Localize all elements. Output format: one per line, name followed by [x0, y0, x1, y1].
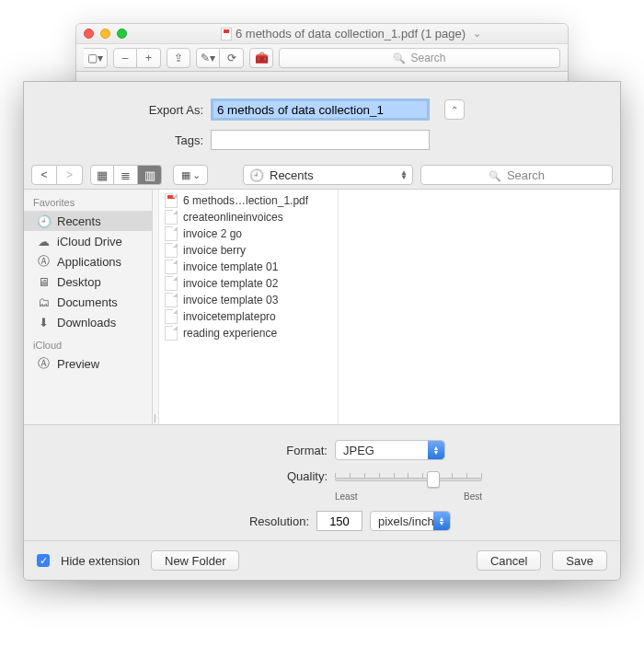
sidebar-item-icloud-drive[interactable]: ☁︎iCloud Drive [24, 231, 152, 251]
search-icon [489, 168, 501, 182]
resize-handle-icon[interactable]: || [154, 413, 155, 422]
browser-search-field[interactable]: Search [420, 165, 613, 185]
markup-toolbar-button[interactable]: 🧰 [249, 48, 273, 68]
preview-search-field[interactable]: Search [279, 48, 560, 68]
sidebar-item-label: Preview [57, 357, 99, 371]
search-icon [393, 52, 406, 64]
highlight-button[interactable]: ✎▾ [196, 48, 220, 68]
sidebar-item-label: Applications [57, 255, 121, 269]
collapse-panel-button[interactable]: ⌃ [444, 99, 465, 120]
file-row[interactable]: invoice berry [159, 242, 338, 259]
sidebar-item-downloads[interactable]: ⬇︎Downloads [24, 312, 152, 332]
file-row[interactable]: invoice template 02 [159, 275, 338, 292]
sidebar-view-button[interactable]: ▢▾ [84, 48, 108, 68]
apps-icon: Ⓐ [37, 357, 51, 371]
generic-file-icon [165, 243, 178, 258]
file-name-label: reading experience [183, 327, 277, 340]
view-mode-segment[interactable]: ▦ ≣ ▥ [90, 165, 162, 185]
sidebar-item-label: iCloud Drive [57, 235, 122, 248]
dialog-bottom-bar: ✓ Hide extension New Folder Cancel Save [24, 540, 620, 580]
minimize-window-icon[interactable] [100, 29, 110, 39]
tags-row: Tags: [42, 130, 602, 150]
quality-row: Quality: Least Best [42, 469, 602, 502]
updown-icon: ▲▼ [400, 170, 408, 179]
forward-button[interactable]: > [57, 165, 83, 185]
file-list-column[interactable]: 6 methods…lection_1.pdfcreateonlineinvoi… [159, 190, 339, 424]
location-popup[interactable]: 🕘 Recents ▲▼ [243, 165, 413, 185]
format-label: Format: [42, 444, 328, 457]
sidebar-item-preview[interactable]: ⒶPreview [24, 353, 152, 374]
sidebar-item-label: Desktop [57, 275, 101, 289]
quality-least-label: Least [335, 491, 357, 502]
icloud-header: iCloud [24, 338, 152, 353]
select-stepper-icon: ▲▼ [433, 512, 450, 530]
group-by-button[interactable]: ▦⌄ [173, 165, 208, 185]
sidebar-item-recents[interactable]: 🕘Recents [24, 211, 152, 231]
file-row[interactable]: invoice template 03 [159, 292, 338, 308]
file-row[interactable]: invoice 2 go [159, 225, 338, 242]
chevron-down-icon: ⌄ [192, 169, 201, 181]
file-row[interactable]: invoicetemplatepro [159, 308, 338, 325]
zoom-in-button[interactable]: + [137, 48, 161, 68]
sidebar-item-label: Recents [57, 214, 101, 228]
columns-icon: ▥ [144, 168, 155, 182]
tags-label: Tags: [42, 133, 203, 147]
format-select[interactable]: JPEG ▲▼ [335, 440, 445, 460]
cancel-button[interactable]: Cancel [477, 550, 541, 571]
parent-title-label: 6 methods of data collection_1.pdf (1 pa… [236, 27, 466, 40]
list-view-button[interactable]: ≣ [114, 165, 138, 185]
file-row[interactable]: invoice template 01 [159, 259, 338, 275]
share-button[interactable]: ⇪ [167, 48, 190, 68]
icon-view-button[interactable]: ▦ [90, 165, 114, 185]
window-traffic-lights[interactable] [84, 29, 127, 39]
export-as-label: Export As: [42, 103, 203, 117]
slider-thumb[interactable] [427, 471, 440, 488]
resolution-row: Resolution: pixels/inch ▲▼ [42, 511, 602, 531]
export-save-dialog: Export As: ⌃ Tags: < > ▦ ≣ ▥ ▦⌄ 🕘 Recent… [23, 81, 621, 581]
browser-toolbar: < > ▦ ≣ ▥ ▦⌄ 🕘 Recents ▲▼ Search [24, 161, 620, 189]
close-window-icon[interactable] [84, 29, 94, 39]
resolution-unit-select[interactable]: pixels/inch ▲▼ [370, 511, 451, 531]
file-browser: < > ▦ ≣ ▥ ▦⌄ 🕘 Recents ▲▼ Search Favorit… [24, 161, 620, 425]
export-form: Export As: ⌃ Tags: [24, 82, 620, 161]
preview-column [339, 190, 620, 424]
doc-icon: 🗂 [37, 295, 51, 309]
sidebar-divider[interactable]: || [153, 190, 159, 424]
save-button[interactable]: Save [552, 550, 607, 571]
preview-search-placeholder: Search [410, 52, 445, 64]
select-stepper-icon: ▲▼ [428, 441, 444, 459]
sidebar-item-desktop[interactable]: 🖥Desktop [24, 272, 152, 292]
hide-extension-checkbox[interactable]: ✓ [37, 554, 50, 567]
generic-file-icon [165, 309, 178, 324]
nav-back-forward[interactable]: < > [31, 165, 83, 185]
resolution-unit-value: pixels/inch [378, 514, 434, 528]
file-row[interactable]: reading experience [159, 325, 338, 341]
pdf-file-icon [221, 28, 232, 40]
sidebar-toggle-segment[interactable]: ▢▾ [84, 48, 108, 68]
export-filename-input[interactable] [211, 98, 430, 121]
file-name-label: 6 methods…lection_1.pdf [183, 194, 308, 207]
list-icon: ≣ [121, 168, 131, 182]
zoom-window-icon[interactable] [117, 29, 127, 39]
parent-title-bar: 6 methods of data collection_1.pdf (1 pa… [76, 24, 568, 44]
file-row[interactable]: 6 methods…lection_1.pdf [159, 192, 338, 209]
file-row[interactable]: createonlineinvoices [159, 209, 338, 225]
preview-toolbar: ▢▾ – + ⇪ ✎▾ ⟳ 🧰 Search [76, 44, 568, 72]
new-folder-button[interactable]: New Folder [151, 550, 239, 571]
parent-window-title: 6 methods of data collection_1.pdf (1 pa… [142, 27, 560, 40]
quality-slider[interactable] [335, 469, 482, 490]
sidebar-item-applications[interactable]: ⒶApplications [24, 251, 152, 272]
back-button[interactable]: < [31, 165, 57, 185]
rotate-button[interactable]: ⟳ [220, 48, 244, 68]
markup-segment[interactable]: ✎▾ ⟳ [196, 48, 244, 68]
sidebar-item-documents[interactable]: 🗂Documents [24, 292, 152, 312]
file-name-label: createonlineinvoices [183, 211, 283, 224]
file-name-label: invoicetemplatepro [183, 310, 276, 323]
generic-file-icon [165, 210, 178, 225]
zoom-segment[interactable]: – + [113, 48, 161, 68]
zoom-out-button[interactable]: – [113, 48, 137, 68]
title-chevron-icon[interactable]: ⌄ [473, 28, 481, 40]
tags-input[interactable] [211, 130, 430, 150]
resolution-input[interactable] [316, 511, 362, 531]
column-view-button[interactable]: ▥ [138, 165, 162, 185]
